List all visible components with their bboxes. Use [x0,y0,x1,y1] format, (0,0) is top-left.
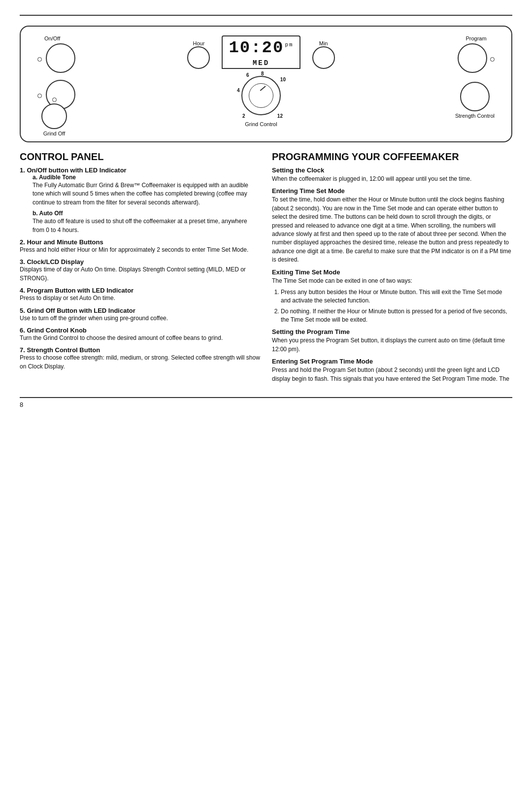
exit-mode-list: Press any button besides the Hour or Min… [281,288,512,325]
on-off-led [37,57,42,62]
grind-control-label: Grind Control [245,121,277,127]
control-panel-title: CONTROL PANEL [20,151,260,163]
bottom-border [20,397,512,398]
min-label: Min [319,40,328,46]
min-button[interactable] [312,46,335,69]
grind-off-label: Grind Off [43,131,65,136]
dial-num-2: 2 [242,113,245,119]
grind-off-led [52,98,57,102]
item-1: 1. On/Off button with LED Indicator a. A… [20,166,260,234]
exit-mode-item-2: Do nothing. If neither the Hour or Minut… [281,307,512,325]
item-6-title: 6. Grind Control Knob [20,327,260,334]
dial-num-6: 6 [246,72,249,78]
on-off-top-label: On/Off [44,35,87,41]
item-1a: a. Audible Tone The Fully Automatic Burr… [29,174,260,207]
item-1-title: 1. On/Off button with LED Indicator [20,166,260,174]
dial-num-12: 12 [277,113,283,119]
item-7-title: 7. Strength Control Button [20,346,260,354]
control-panel-section: CONTROL PANEL 1. On/Off button with LED … [20,151,260,387]
item-2: 2. Hour and Minute Buttons Press and hol… [20,238,260,254]
hour-label: Hour [193,40,204,46]
dial-num-4: 4 [237,88,240,93]
entering-time-set-mode: Entering Time Set Mode To set the time, … [272,187,512,264]
strength-control-button[interactable] [460,82,490,111]
item-3: 3. Clock/LCD Display Displays time of da… [20,258,260,283]
item-6: 6. Grind Control Knob Turn the Grind Con… [20,327,260,342]
setting-clock: Setting the Clock When the coffeemaker i… [272,166,512,183]
page-number: 8 [20,401,512,408]
item-5: 5. Grind Off Button with LED Indicator U… [20,307,260,323]
grind-control-knob[interactable] [249,83,273,108]
program-led [490,57,495,62]
item-4-title: 4. Program Button with LED Indicator [20,287,260,294]
top-border [20,15,512,16]
program-label: Program [466,35,486,41]
item-4: 4. Program Button with LED Indicator Pre… [20,287,260,302]
setting-program-time: Setting the Program Time When you press … [272,328,512,354]
item-7: 7. Strength Control Button Press to choo… [20,346,260,371]
item-5-title: 5. Grind Off Button with LED Indicator [20,307,260,314]
item-1b: b. Auto Off The auto off feature is used… [29,210,260,234]
dial-num-10: 10 [280,77,286,82]
item-2-title: 2. Hour and Minute Buttons [20,238,260,246]
programming-section: PROGRAMMING YOUR COFFEEMAKER Setting the… [272,151,512,387]
exit-mode-item-1: Press any button besides the Hour or Min… [281,288,512,305]
entering-set-program-time-mode: Entering Set Program Time Mode Press and… [272,358,512,383]
main-content: CONTROL PANEL 1. On/Off button with LED … [20,151,512,387]
control-panel-diagram: On/Off Auto Off Hour [20,26,512,142]
grind-off-button[interactable] [41,103,67,129]
lcd-display: 10:20pm MED [222,35,300,69]
hour-button[interactable] [187,46,210,69]
strength-control-label: Strength Control [455,113,495,119]
on-off-button[interactable] [46,43,75,73]
dial-num-8: 8 [261,71,264,76]
exiting-time-set-mode: Exiting Time Set Mode The Time Set mode … [272,268,512,325]
programming-title: PROGRAMMING YOUR COFFEEMAKER [272,151,512,163]
program-button[interactable] [458,43,487,73]
item-3-title: 3. Clock/LCD Display [20,258,260,266]
